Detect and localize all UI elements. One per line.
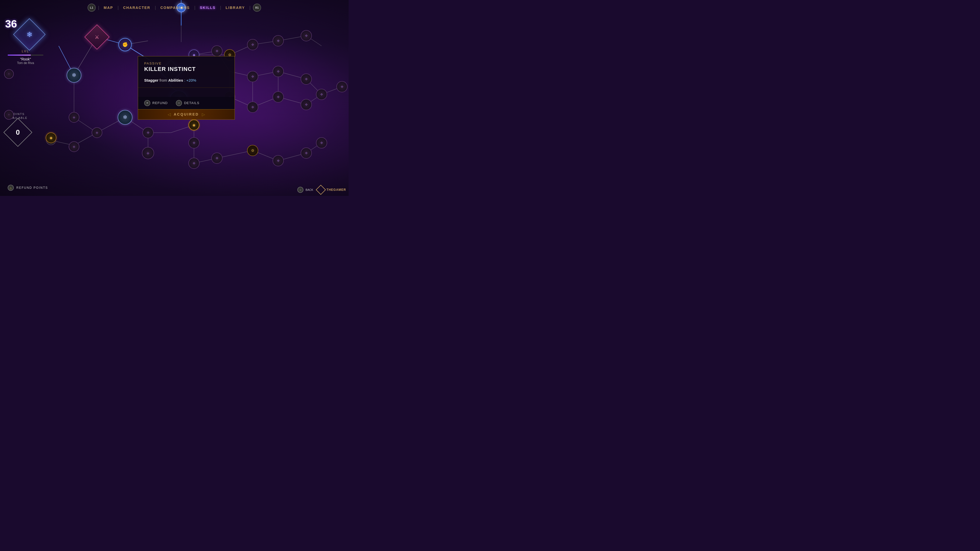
skill-node-b1[interactable]: ◈: [68, 112, 80, 123]
avatar-icon: ❄: [27, 30, 32, 39]
tooltip-divider: [138, 87, 234, 88]
back-control[interactable]: ○ BACK: [298, 187, 313, 193]
nav-item-library[interactable]: LIBRARY: [224, 6, 247, 10]
br-node-5: ❖: [316, 137, 327, 148]
skill-node-r3[interactable]: ❖: [247, 102, 258, 113]
skill-node-coin-1[interactable]: ◉: [46, 132, 56, 143]
skill-node-r5[interactable]: ❖: [272, 91, 284, 103]
skill-node-b4[interactable]: ◈: [92, 127, 102, 138]
small-circle-node-3: ❖: [247, 39, 258, 50]
nav-item-character[interactable]: CHARACTER: [121, 6, 153, 10]
skill-node-snowflake[interactable]: ❄: [67, 68, 81, 83]
skill-node-small-2[interactable]: ❖: [211, 45, 223, 57]
skill-node-br1[interactable]: ❖: [211, 152, 223, 164]
arrow-left-icon: ◁: [168, 112, 171, 117]
tooltip-description: Stagger from Abilities : +20%: [144, 78, 228, 83]
skill-node-br4[interactable]: ❖: [301, 148, 312, 159]
player-avatar: ❄: [15, 21, 43, 48]
coin-node-1: ◉: [46, 132, 56, 143]
right-node-6: ❖: [301, 30, 312, 41]
skill-node-left-2[interactable]: +: [4, 110, 14, 120]
br-node-icon-4: ❖: [305, 151, 308, 156]
skill-node-br2[interactable]: ⚙: [247, 145, 258, 156]
player-subtitle: Tom de Riva: [17, 61, 34, 65]
level-label: LVL: [22, 49, 29, 53]
small-circle-node-4: ❖: [272, 35, 284, 46]
tooltip-type: PASSIVE: [144, 62, 228, 65]
right-node-8: ❖: [301, 99, 312, 110]
bottom-node-icon-1: ◈: [73, 115, 75, 119]
skill-node-br5[interactable]: ❖: [316, 137, 327, 148]
right-node-icon-10: ❖: [340, 85, 344, 89]
bottom-node-icon-4: ◈: [96, 130, 98, 135]
hex-node-1: ◈: [142, 147, 154, 159]
small-circle-node-2: ❖: [211, 45, 223, 57]
skill-node-r8[interactable]: ❖: [301, 99, 312, 110]
right-node-9: ❖: [316, 89, 327, 100]
tooltip-actions: ✕ REFUND □ DETAILS: [138, 97, 234, 109]
snowflake-circle-node: ❄: [67, 68, 81, 83]
nav-item-skills[interactable]: SKILLS: [198, 6, 218, 10]
skill-node-snowflake-2[interactable]: ❄: [118, 110, 132, 125]
xp-bar: [8, 55, 31, 56]
left-node-1: +: [4, 69, 14, 79]
l1-button[interactable]: L1: [88, 3, 96, 12]
skill-node-r9[interactable]: ❖: [316, 89, 327, 100]
bottom-refund-area[interactable]: △ REFUND POINTS: [8, 185, 48, 191]
refund-points-label: REFUND POINTS: [16, 186, 48, 189]
skill-node-b8[interactable]: ◈: [68, 141, 80, 152]
right-node-2: ❖: [247, 71, 258, 82]
skill-node-fist[interactable]: ✊: [118, 38, 132, 51]
br-node-icon-5: ❖: [320, 141, 323, 145]
skill-node-r2[interactable]: ❖: [247, 71, 258, 82]
skill-node-hex-2[interactable]: ❖: [188, 137, 200, 148]
left-node-icon-1: +: [8, 72, 10, 76]
left-node-icon-2: +: [8, 113, 10, 117]
fist-icon: ✊: [122, 42, 128, 48]
right-node-icon-2: ❖: [251, 75, 255, 79]
br-node-4: ❖: [301, 148, 312, 159]
skill-node-large-diamond[interactable]: ⚔: [88, 28, 106, 46]
details-action[interactable]: □ DETAILS: [176, 100, 199, 106]
snowflake-icon-2: ❄: [123, 114, 127, 121]
brand-diamond-icon: [316, 185, 326, 195]
desc-abilities: Abilities: [168, 78, 183, 83]
nav-separator-4: |: [194, 5, 195, 10]
refund-label: REFUND: [152, 101, 168, 105]
skill-node-left-1[interactable]: +: [4, 69, 14, 79]
skill-node-small-3[interactable]: ❖: [247, 39, 258, 50]
r1-button[interactable]: R1: [253, 3, 261, 12]
right-node-icon-8: ❖: [305, 103, 308, 107]
skill-node-r4[interactable]: ❖: [272, 66, 284, 77]
skill-node-br3[interactable]: ❖: [272, 155, 284, 166]
right-node-7: ❖: [301, 73, 312, 85]
br-node-icon-2: ⚙: [251, 148, 255, 153]
bottom-node-icon-7: ❖: [192, 161, 196, 165]
snowflake-circle-node-2: ❄: [118, 110, 132, 125]
desc-stagger: Stagger: [144, 78, 159, 83]
nav-item-map[interactable]: MAP: [102, 6, 115, 10]
refund-action[interactable]: ✕ REFUND: [144, 100, 168, 106]
acquired-label: ACQUIRED: [174, 112, 199, 116]
right-node-icon-4: ❖: [277, 69, 280, 74]
right-node-4: ❖: [272, 66, 284, 77]
x-button-icon: ✕: [144, 100, 150, 106]
circle-button-back: ○: [298, 187, 304, 193]
brand-area: [317, 186, 325, 193]
skill-node-hex-1[interactable]: ◈: [142, 147, 154, 159]
br-node-3: ❖: [272, 155, 284, 166]
skill-node-r6[interactable]: ❖: [301, 30, 312, 41]
skill-node-b7[interactable]: ❖: [188, 158, 200, 169]
hex-node-2: ❖: [188, 137, 200, 148]
skill-node-coin-2[interactable]: ◉: [189, 120, 199, 130]
skill-node-r7[interactable]: ❖: [301, 73, 312, 85]
tooltip-acquired-bar: ◁ ACQUIRED ▷: [138, 109, 234, 119]
skill-node-small-4[interactable]: ❖: [272, 35, 284, 46]
right-node-icon-6: ❖: [305, 34, 308, 38]
skill-node-r10[interactable]: ❖: [336, 81, 348, 92]
br-node-1: ❖: [211, 152, 223, 164]
skill-node-b5[interactable]: ❖: [142, 127, 154, 138]
nav-separator-5: |: [220, 5, 221, 10]
bottom-node-icon-5: ❖: [146, 130, 150, 135]
nav-item-companions[interactable]: COMPANIONS: [158, 6, 192, 10]
